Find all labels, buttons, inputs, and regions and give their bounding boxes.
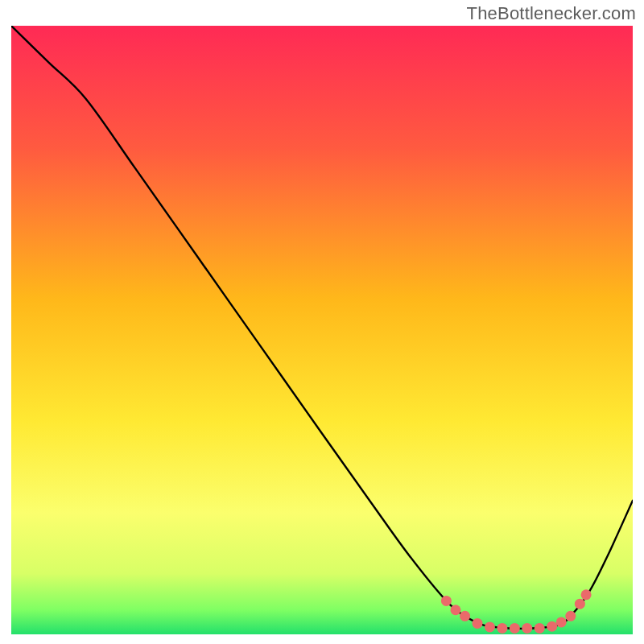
- highlight-dot: [460, 611, 470, 621]
- highlight-dot: [450, 605, 460, 615]
- attribution-label: TheBottlenecker.com: [467, 3, 636, 24]
- highlight-dot: [556, 617, 567, 627]
- highlight-dot: [497, 623, 507, 634]
- highlight-dot: [441, 596, 452, 606]
- highlight-dot: [565, 611, 576, 621]
- highlight-dot: [575, 599, 585, 609]
- chart-stage: TheBottlenecker.com: [0, 0, 644, 644]
- gradient-background: [11, 26, 633, 634]
- highlight-dot: [581, 589, 592, 600]
- highlight-dot: [535, 623, 545, 634]
- plot-area: [11, 26, 633, 634]
- bottleneck-chart: [11, 26, 633, 634]
- highlight-dot: [547, 621, 557, 632]
- highlight-dot: [522, 623, 532, 634]
- highlight-dot: [485, 621, 495, 632]
- highlight-dot: [510, 623, 520, 634]
- highlight-dot: [473, 618, 483, 629]
